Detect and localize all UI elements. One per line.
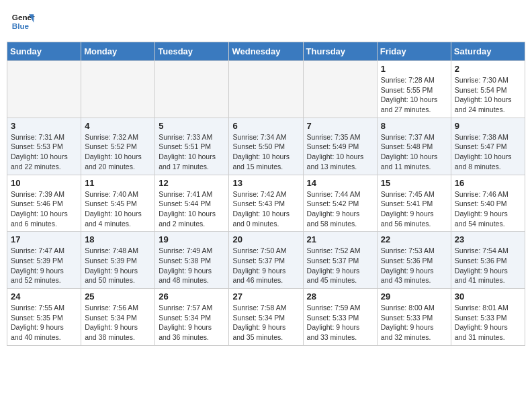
day-number: 24 [11, 291, 77, 302]
day-number: 14 [307, 178, 373, 188]
logo-icon: General Blue [11, 9, 35, 34]
calendar-cell: 17Sunrise: 7:47 AM Sunset: 5:39 PM Dayli… [7, 232, 81, 289]
calendar-cell: 28Sunrise: 7:59 AM Sunset: 5:33 PM Dayli… [303, 289, 377, 346]
col-header-wednesday: Wednesday [229, 42, 303, 61]
calendar-week-2: 3Sunrise: 7:31 AM Sunset: 5:53 PM Daylig… [7, 118, 525, 175]
calendar-cell: 2Sunrise: 7:30 AM Sunset: 5:54 PM Daylig… [451, 61, 525, 118]
day-number: 21 [307, 234, 373, 244]
day-info: Sunrise: 7:59 AM Sunset: 5:33 PM Dayligh… [307, 303, 373, 342]
day-info: Sunrise: 7:31 AM Sunset: 5:53 PM Dayligh… [11, 132, 77, 172]
day-info: Sunrise: 7:28 AM Sunset: 5:55 PM Dayligh… [381, 75, 447, 115]
day-info: Sunrise: 8:00 AM Sunset: 5:33 PM Dayligh… [381, 303, 447, 342]
calendar-cell: 14Sunrise: 7:44 AM Sunset: 5:42 PM Dayli… [303, 175, 377, 232]
page-header: General Blue [7, 7, 525, 36]
calendar-cell: 23Sunrise: 7:54 AM Sunset: 5:36 PM Dayli… [451, 232, 525, 289]
day-info: Sunrise: 7:38 AM Sunset: 5:47 PM Dayligh… [455, 132, 521, 172]
day-number: 27 [232, 291, 299, 302]
day-number: 17 [11, 234, 77, 244]
day-info: Sunrise: 7:56 AM Sunset: 5:34 PM Dayligh… [85, 303, 151, 342]
day-info: Sunrise: 7:42 AM Sunset: 5:43 PM Dayligh… [232, 189, 299, 229]
col-header-sunday: Sunday [7, 42, 81, 61]
calendar-cell: 9Sunrise: 7:38 AM Sunset: 5:47 PM Daylig… [451, 118, 525, 175]
day-number: 12 [159, 178, 225, 188]
calendar-cell: 27Sunrise: 7:58 AM Sunset: 5:34 PM Dayli… [229, 289, 303, 346]
day-info: Sunrise: 7:49 AM Sunset: 5:38 PM Dayligh… [159, 246, 225, 285]
calendar-table: SundayMondayTuesdayWednesdayThursdayFrid… [7, 42, 525, 346]
calendar-cell: 18Sunrise: 7:48 AM Sunset: 5:39 PM Dayli… [81, 232, 155, 289]
day-number: 1 [381, 64, 447, 74]
day-info: Sunrise: 7:55 AM Sunset: 5:35 PM Dayligh… [11, 303, 77, 342]
day-info: Sunrise: 7:34 AM Sunset: 5:50 PM Dayligh… [232, 132, 299, 172]
day-info: Sunrise: 8:01 AM Sunset: 5:33 PM Dayligh… [455, 303, 521, 342]
calendar-week-3: 10Sunrise: 7:39 AM Sunset: 5:46 PM Dayli… [7, 175, 525, 232]
col-header-friday: Friday [377, 42, 451, 61]
calendar-cell: 1Sunrise: 7:28 AM Sunset: 5:55 PM Daylig… [377, 61, 451, 118]
day-number: 6 [232, 121, 299, 131]
day-number: 8 [381, 121, 447, 131]
calendar-cell: 13Sunrise: 7:42 AM Sunset: 5:43 PM Dayli… [229, 175, 303, 232]
day-info: Sunrise: 7:41 AM Sunset: 5:44 PM Dayligh… [159, 189, 225, 229]
day-number: 18 [85, 234, 151, 244]
calendar-cell: 19Sunrise: 7:49 AM Sunset: 5:38 PM Dayli… [155, 232, 229, 289]
calendar-cell: 7Sunrise: 7:35 AM Sunset: 5:49 PM Daylig… [303, 118, 377, 175]
calendar-cell: 6Sunrise: 7:34 AM Sunset: 5:50 PM Daylig… [229, 118, 303, 175]
calendar-cell: 21Sunrise: 7:52 AM Sunset: 5:37 PM Dayli… [303, 232, 377, 289]
day-info: Sunrise: 7:35 AM Sunset: 5:49 PM Dayligh… [307, 132, 373, 172]
calendar-cell: 5Sunrise: 7:33 AM Sunset: 5:51 PM Daylig… [155, 118, 229, 175]
day-number: 30 [455, 291, 521, 302]
calendar-cell: 16Sunrise: 7:46 AM Sunset: 5:40 PM Dayli… [451, 175, 525, 232]
day-info: Sunrise: 7:58 AM Sunset: 5:34 PM Dayligh… [232, 303, 299, 342]
day-info: Sunrise: 7:40 AM Sunset: 5:45 PM Dayligh… [85, 189, 151, 229]
day-info: Sunrise: 7:57 AM Sunset: 5:34 PM Dayligh… [159, 303, 225, 342]
calendar-cell: 25Sunrise: 7:56 AM Sunset: 5:34 PM Dayli… [81, 289, 155, 346]
day-info: Sunrise: 7:53 AM Sunset: 5:36 PM Dayligh… [381, 246, 447, 285]
col-header-saturday: Saturday [451, 42, 525, 61]
calendar-cell [155, 61, 229, 118]
day-info: Sunrise: 7:54 AM Sunset: 5:36 PM Dayligh… [455, 246, 521, 285]
calendar-cell: 22Sunrise: 7:53 AM Sunset: 5:36 PM Dayli… [377, 232, 451, 289]
day-info: Sunrise: 7:47 AM Sunset: 5:39 PM Dayligh… [11, 246, 77, 285]
day-number: 5 [159, 121, 225, 131]
calendar-cell: 8Sunrise: 7:37 AM Sunset: 5:48 PM Daylig… [377, 118, 451, 175]
day-info: Sunrise: 7:52 AM Sunset: 5:37 PM Dayligh… [307, 246, 373, 285]
day-info: Sunrise: 7:32 AM Sunset: 5:52 PM Dayligh… [85, 132, 151, 172]
calendar-cell: 20Sunrise: 7:50 AM Sunset: 5:37 PM Dayli… [229, 232, 303, 289]
day-number: 15 [381, 178, 447, 188]
calendar-cell: 26Sunrise: 7:57 AM Sunset: 5:34 PM Dayli… [155, 289, 229, 346]
day-number: 20 [232, 234, 299, 244]
day-info: Sunrise: 7:48 AM Sunset: 5:39 PM Dayligh… [85, 246, 151, 285]
calendar-cell: 15Sunrise: 7:45 AM Sunset: 5:41 PM Dayli… [377, 175, 451, 232]
day-number: 7 [307, 121, 373, 131]
col-header-thursday: Thursday [303, 42, 377, 61]
calendar-week-1: 1Sunrise: 7:28 AM Sunset: 5:55 PM Daylig… [7, 61, 525, 118]
day-info: Sunrise: 7:46 AM Sunset: 5:40 PM Dayligh… [455, 189, 521, 229]
day-info: Sunrise: 7:44 AM Sunset: 5:42 PM Dayligh… [307, 189, 373, 229]
day-number: 25 [85, 291, 151, 302]
day-number: 4 [85, 121, 151, 131]
day-number: 29 [381, 291, 447, 302]
calendar-cell: 29Sunrise: 8:00 AM Sunset: 5:33 PM Dayli… [377, 289, 451, 346]
day-number: 23 [455, 234, 521, 244]
day-info: Sunrise: 7:30 AM Sunset: 5:54 PM Dayligh… [455, 75, 521, 115]
calendar-cell: 11Sunrise: 7:40 AM Sunset: 5:45 PM Dayli… [81, 175, 155, 232]
day-info: Sunrise: 7:39 AM Sunset: 5:46 PM Dayligh… [11, 189, 77, 229]
day-number: 16 [455, 178, 521, 188]
calendar-week-4: 17Sunrise: 7:47 AM Sunset: 5:39 PM Dayli… [7, 232, 525, 289]
day-number: 11 [85, 178, 151, 188]
calendar-cell [7, 61, 81, 118]
day-number: 2 [455, 64, 521, 74]
calendar-cell: 30Sunrise: 8:01 AM Sunset: 5:33 PM Dayli… [451, 289, 525, 346]
col-header-tuesday: Tuesday [155, 42, 229, 61]
day-number: 28 [307, 291, 373, 302]
calendar-cell [81, 61, 155, 118]
svg-text:Blue: Blue [12, 21, 30, 30]
day-info: Sunrise: 7:45 AM Sunset: 5:41 PM Dayligh… [381, 189, 447, 229]
day-number: 13 [232, 178, 299, 188]
day-info: Sunrise: 7:33 AM Sunset: 5:51 PM Dayligh… [159, 132, 225, 172]
logo: General Blue [11, 9, 35, 34]
calendar-header-row: SundayMondayTuesdayWednesdayThursdayFrid… [7, 42, 525, 61]
calendar-week-5: 24Sunrise: 7:55 AM Sunset: 5:35 PM Dayli… [7, 289, 525, 346]
col-header-monday: Monday [81, 42, 155, 61]
day-info: Sunrise: 7:50 AM Sunset: 5:37 PM Dayligh… [232, 246, 299, 285]
calendar-cell [303, 61, 377, 118]
